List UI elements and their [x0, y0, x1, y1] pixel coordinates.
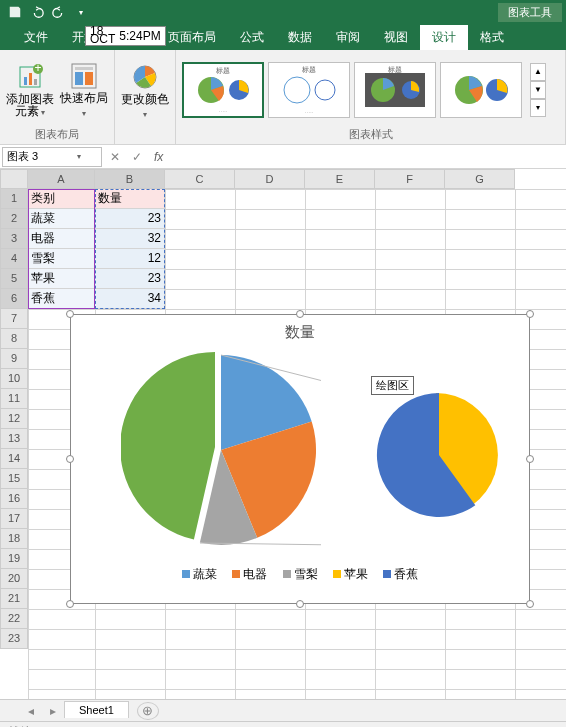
row-header-17[interactable]: 17 [0, 509, 28, 529]
formula-bar: ▾ ✕ ✓ fx [0, 145, 566, 169]
row-header-15[interactable]: 15 [0, 469, 28, 489]
cell-b3[interactable]: 32 [95, 229, 165, 249]
cancel-icon[interactable]: ✕ [104, 150, 126, 164]
resize-handle-se[interactable] [526, 600, 534, 608]
cell-b2[interactable]: 23 [95, 209, 165, 229]
title-bar: ▾ 图表工具 [0, 0, 566, 24]
row-header-19[interactable]: 19 [0, 549, 28, 569]
qat-customize-icon[interactable]: ▾ [70, 2, 92, 22]
tab-review[interactable]: 审阅 [324, 25, 372, 50]
tab-view[interactable]: 视图 [372, 25, 420, 50]
row-header-2[interactable]: 2 [0, 209, 28, 229]
chart-style-4[interactable] [440, 62, 522, 118]
row-header-21[interactable]: 21 [0, 589, 28, 609]
row-header-11[interactable]: 11 [0, 389, 28, 409]
cell-b5[interactable]: 23 [95, 269, 165, 289]
row-header-14[interactable]: 14 [0, 449, 28, 469]
row-header-23[interactable]: 23 [0, 629, 28, 649]
cell-a6[interactable]: 香蕉 [28, 289, 95, 309]
name-box-dropdown-icon[interactable]: ▾ [77, 152, 81, 161]
row-header-8[interactable]: 8 [0, 329, 28, 349]
style-scroll-up[interactable]: ▲ [530, 63, 546, 81]
row-header-10[interactable]: 10 [0, 369, 28, 389]
col-header-g[interactable]: G [445, 169, 515, 189]
row-header-20[interactable]: 20 [0, 569, 28, 589]
col-header-e[interactable]: E [305, 169, 375, 189]
add-sheet-button[interactable]: ⊕ [137, 702, 159, 720]
cell-b4[interactable]: 12 [95, 249, 165, 269]
cell-b1[interactable]: 数量 [95, 189, 165, 209]
row-header-3[interactable]: 3 [0, 229, 28, 249]
sheet-nav-next-icon[interactable]: ▸ [42, 704, 64, 718]
worksheet-grid[interactable]: A B C D E F G 12345678910111213141516171… [0, 169, 566, 699]
select-all-corner[interactable] [0, 169, 28, 189]
chart-style-2[interactable]: 标题 · · · · · [268, 62, 350, 118]
col-header-d[interactable]: D [235, 169, 305, 189]
row-header-22[interactable]: 22 [0, 609, 28, 629]
sheet-nav-prev-icon[interactable]: ◂ [20, 704, 42, 718]
col-header-a[interactable]: A [28, 169, 95, 189]
svg-rect-2 [29, 73, 32, 85]
quick-layout-icon [68, 60, 100, 92]
chart-plot-area[interactable]: 绘图区 [71, 350, 529, 560]
tab-data[interactable]: 数据 [276, 25, 324, 50]
resize-handle-sw[interactable] [66, 600, 74, 608]
row-header-7[interactable]: 7 [0, 309, 28, 329]
style-more[interactable]: ▾ [530, 99, 546, 117]
redo-icon[interactable] [48, 2, 70, 22]
cell-a2[interactable]: 蔬菜 [28, 209, 95, 229]
chart-legend[interactable]: 蔬菜 电器 雪梨 苹果 香蕉 [71, 560, 529, 589]
row-header-6[interactable]: 6 [0, 289, 28, 309]
tab-layout[interactable]: 页面布局 [156, 25, 228, 50]
cell-a3[interactable]: 电器 [28, 229, 95, 249]
change-color-button[interactable]: 更改颜色 ▾ [121, 61, 169, 121]
style-scroll-down[interactable]: ▼ [530, 81, 546, 99]
sheet-tab-1[interactable]: Sheet1 [64, 701, 129, 718]
ribbon-group-chart-layout: + 添加图表元素 ▾ 快速布局 ▾ 图表布局 [0, 50, 115, 144]
chart-style-1[interactable]: 标题 · · · · · [182, 62, 264, 118]
svg-line-21 [200, 543, 321, 547]
row-header-16[interactable]: 16 [0, 489, 28, 509]
sub-pie[interactable] [371, 390, 501, 520]
svg-rect-3 [34, 79, 37, 85]
row-header-18[interactable]: 18 [0, 529, 28, 549]
col-header-b[interactable]: B [95, 169, 165, 189]
tab-design[interactable]: 设计 [420, 25, 468, 50]
cell-b6[interactable]: 34 [95, 289, 165, 309]
enter-icon[interactable]: ✓ [126, 150, 148, 164]
chart-object[interactable]: 数量 [70, 314, 530, 604]
row-header-13[interactable]: 13 [0, 429, 28, 449]
name-box-input[interactable] [7, 151, 77, 163]
tab-format[interactable]: 格式 [468, 25, 516, 50]
svg-point-15 [315, 80, 335, 100]
row-header-12[interactable]: 12 [0, 409, 28, 429]
cell-a5[interactable]: 苹果 [28, 269, 95, 289]
cell-a1[interactable]: 类别 [28, 189, 95, 209]
quick-layout-button[interactable]: 快速布局 ▾ [60, 60, 108, 120]
resize-handle-s[interactable] [296, 600, 304, 608]
sheet-tab-bar: ◂ ▸ Sheet1 ⊕ [0, 699, 566, 721]
col-header-c[interactable]: C [165, 169, 235, 189]
add-chart-element-button[interactable]: + 添加图表元素 ▾ [6, 61, 54, 119]
row-header-4[interactable]: 4 [0, 249, 28, 269]
tab-file[interactable]: 文件 [12, 25, 60, 50]
row-header-5[interactable]: 5 [0, 269, 28, 289]
cell-a4[interactable]: 雪梨 [28, 249, 95, 269]
chart-style-3[interactable]: 标题 [354, 62, 436, 118]
resize-handle-n[interactable] [296, 310, 304, 318]
main-pie[interactable] [121, 350, 321, 560]
undo-icon[interactable] [26, 2, 48, 22]
resize-handle-nw[interactable] [66, 310, 74, 318]
svg-rect-8 [75, 72, 83, 85]
row-header-1[interactable]: 1 [0, 189, 28, 209]
row-header-9[interactable]: 9 [0, 349, 28, 369]
col-header-f[interactable]: F [375, 169, 445, 189]
name-box[interactable]: ▾ [2, 147, 102, 167]
chart-title[interactable]: 数量 [71, 315, 529, 350]
fx-icon[interactable]: fx [148, 150, 169, 164]
change-color-icon [129, 61, 161, 93]
svg-text:+: + [34, 63, 41, 75]
resize-handle-ne[interactable] [526, 310, 534, 318]
tab-formula[interactable]: 公式 [228, 25, 276, 50]
save-icon[interactable] [4, 2, 26, 22]
